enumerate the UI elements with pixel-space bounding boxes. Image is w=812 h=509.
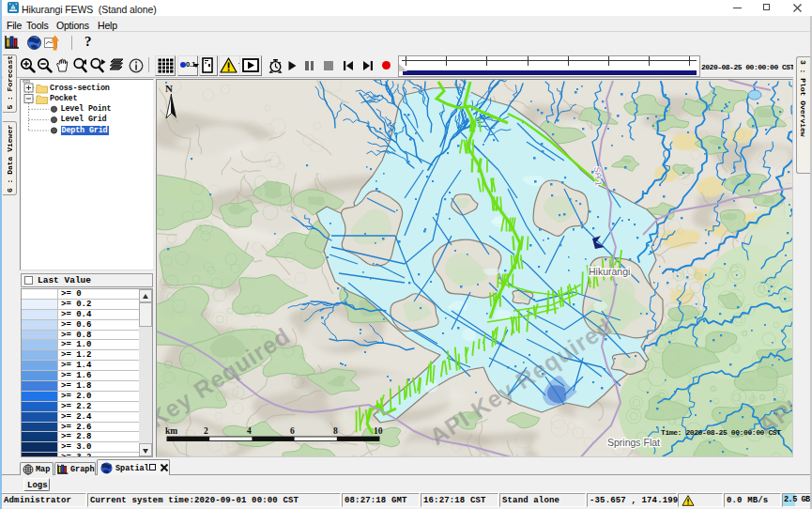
svg-text:8: 8: [333, 426, 338, 436]
svg-text:Time: 2020-08-25 00:00:00 CST: Time: 2020-08-25 00:00:00 CST: [661, 428, 781, 437]
svg-text:10: 10: [374, 426, 383, 436]
svg-text:6: 6: [290, 426, 295, 436]
svg-text:4: 4: [247, 426, 252, 436]
svg-text:2: 2: [204, 426, 208, 436]
svg-text:SH 1: SH 1: [592, 166, 604, 186]
svg-text:km: km: [165, 426, 177, 436]
svg-text:Springs Flat: Springs Flat: [607, 437, 660, 448]
svg-text:Hikurangi: Hikurangi: [589, 266, 630, 277]
svg-text:N: N: [165, 83, 173, 94]
